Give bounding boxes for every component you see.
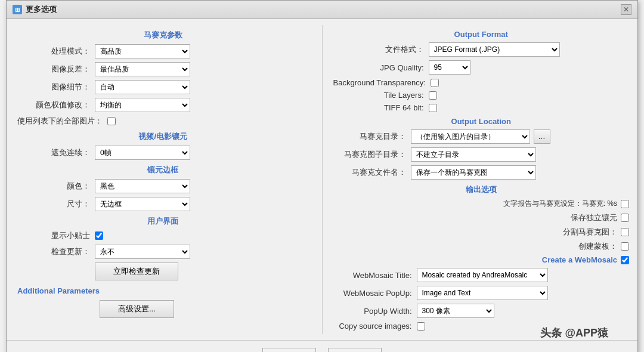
mosaic-filename-row: 马赛克文件名： 保存一个新的马赛克图	[331, 165, 632, 180]
mosaic-dir-select[interactable]: （使用输入图片的目录）	[411, 129, 530, 144]
split-mosaic-row: 分割马赛克图：	[331, 227, 632, 237]
image-contrast-select[interactable]: 最佳品质	[95, 62, 190, 76]
webmosaic-popup-label: WebMosaic PopUp:	[333, 289, 417, 298]
check-updates-select[interactable]: 永不	[95, 245, 190, 259]
window-title: 更多选项	[26, 4, 57, 15]
mosaic-subdir-row: 马赛克图子目录： 不建立子目录	[331, 147, 632, 162]
border-color-select[interactable]: 黑色	[95, 179, 190, 193]
color-weight-label: 颜色权值修改：	[17, 100, 95, 110]
jpg-quality-select[interactable]: 95	[429, 60, 470, 75]
user-interface-title: 用户界面	[13, 216, 314, 227]
vertical-divider	[322, 25, 323, 334]
use-all-images-checkbox[interactable]	[107, 117, 116, 125]
bg-transparency-row: Background Transparency:	[331, 78, 632, 87]
advanced-settings-row: 高级设置...	[17, 300, 309, 318]
additional-params-title: Additional Parameters	[17, 286, 309, 295]
check-now-row: 立即检查更新	[13, 263, 314, 280]
check-now-button[interactable]: 立即检查更新	[95, 263, 178, 280]
image-contrast-row: 图像反差： 最佳品质	[13, 62, 314, 76]
bg-transparency-label: Background Transparency:	[333, 78, 431, 87]
border-color-row: 颜色： 黑色	[13, 179, 314, 193]
popup-width-label: PopUp Width:	[333, 307, 417, 316]
check-updates-row: 检查更新： 永不	[13, 245, 314, 259]
mosaic-subdir-select[interactable]: 不建立子目录	[411, 147, 536, 162]
create-template-label: 创建蒙板：	[333, 241, 621, 252]
create-webmosaic-title: Create a WebMosaic	[333, 255, 621, 264]
border-size-select[interactable]: 无边框	[95, 197, 190, 211]
save-standalone-checkbox[interactable]	[621, 214, 629, 222]
close-button[interactable]: ✕	[621, 4, 631, 15]
save-standalone-label: 保存独立镶元	[333, 212, 621, 223]
copy-source-label: Copy source images:	[333, 322, 417, 331]
mosaic-filename-label: 马赛克文件名：	[333, 167, 411, 178]
mosaic-subdir-label: 马赛克图子目录：	[333, 149, 411, 160]
avoid-continuous-select[interactable]: 0帧	[95, 146, 190, 160]
main-window: ⊞ 更多选项 ✕ 马赛克参数 处理模式： 高品质 图像反差： 最佳品质	[6, 0, 638, 352]
create-template-checkbox[interactable]	[621, 242, 629, 251]
text-report-label: 文字报告与马赛克设定：马赛克: %s	[333, 199, 621, 209]
webmosaic-title-row: WebMosaic Title: Mosaic created by Andre…	[331, 268, 632, 282]
mosaic-filename-select[interactable]: 保存一个新的马赛克图	[411, 165, 536, 180]
mosaic-dir-label: 马赛克目录：	[333, 131, 411, 142]
avoid-continuous-row: 遮免连续： 0帧	[13, 146, 314, 160]
save-standalone-row: 保存独立镶元	[331, 212, 632, 223]
popup-width-select[interactable]: 300 像素	[417, 304, 494, 318]
show-tips-label: 显示小贴士	[17, 230, 95, 241]
bg-transparency-checkbox[interactable]	[431, 79, 439, 87]
ok-button[interactable]: 确定	[262, 348, 316, 352]
tiff-64bit-checkbox[interactable]	[429, 104, 437, 112]
title-bar-left: ⊞ 更多选项	[13, 4, 57, 15]
webmosaic-popup-row: WebMosaic PopUp: Image and full Text Ima…	[331, 286, 632, 300]
browse-button[interactable]: …	[534, 129, 550, 144]
app-icon: ⊞	[13, 5, 22, 14]
show-tips-checkbox[interactable]	[95, 231, 103, 240]
process-mode-label: 处理模式：	[17, 46, 95, 57]
left-panel: 马赛克参数 处理模式： 高品质 图像反差： 最佳品质 图像细节： 自动	[13, 25, 314, 334]
split-mosaic-label: 分割马赛克图：	[333, 227, 621, 237]
copy-source-checkbox[interactable]	[417, 322, 425, 331]
image-detail-label: 图像细节：	[17, 82, 95, 92]
border-color-label: 颜色：	[17, 181, 95, 192]
tile-layers-label: Tile Layers:	[333, 91, 429, 100]
process-mode-select[interactable]: 高品质	[95, 44, 190, 58]
mosaic-dir-row: 马赛克目录： （使用输入图片的目录） …	[331, 129, 632, 144]
text-report-checkbox[interactable]	[621, 200, 629, 208]
tiff-64bit-label: TIFF 64 bit:	[333, 103, 429, 112]
create-webmosaic-checkbox[interactable]	[621, 256, 629, 264]
video-section-title: 视频/电影镶元	[13, 131, 314, 142]
tile-layers-checkbox[interactable]	[429, 91, 437, 100]
color-weight-row: 颜色权值修改： 均衡的	[13, 98, 314, 112]
webmosaic-header-row: Create a WebMosaic	[331, 255, 632, 264]
image-detail-row: 图像细节： 自动	[13, 80, 314, 94]
text-report-row: 文字报告与马赛克设定：马赛克: %s	[331, 199, 632, 209]
check-updates-label: 检查更新：	[17, 246, 95, 257]
watermark: 头条 @APP猿	[540, 326, 608, 340]
image-contrast-label: 图像反差：	[17, 64, 95, 75]
process-mode-row: 处理模式： 高品质	[13, 44, 314, 58]
border-size-row: 尺寸： 无边框	[13, 197, 314, 211]
show-tips-row: 显示小贴士	[13, 230, 314, 241]
cancel-button[interactable]: 取消	[328, 348, 382, 352]
title-bar: ⊞ 更多选项 ✕	[7, 1, 637, 19]
popup-width-row: PopUp Width: 300 像素	[331, 304, 632, 318]
color-weight-select[interactable]: 均衡的	[95, 98, 190, 112]
output-options-title: 输出选项	[331, 184, 632, 195]
use-all-images-label: 使用列表下的全部图片：	[17, 116, 107, 126]
right-panel: Output Format 文件格式： JPEG Format (.JPG) J…	[331, 25, 632, 334]
jpg-quality-label: JPG Quality:	[333, 63, 429, 72]
file-format-row: 文件格式： JPEG Format (.JPG)	[331, 42, 632, 57]
webmosaic-popup-select[interactable]: Image and full Text Image only Text only…	[417, 286, 548, 300]
split-mosaic-checkbox[interactable]	[621, 228, 629, 236]
image-detail-select[interactable]: 自动	[95, 80, 190, 94]
tiff-64bit-row: TIFF 64 bit:	[331, 103, 632, 112]
webmosaic-title-select[interactable]: Mosaic created by AndreaMosaic	[417, 268, 548, 282]
tile-layers-row: Tile Layers:	[331, 91, 632, 100]
use-all-images-row: 使用列表下的全部图片：	[13, 116, 314, 126]
advanced-settings-button[interactable]: 高级设置...	[100, 300, 174, 318]
bottom-bar: 确定 取消	[7, 340, 637, 352]
file-format-select[interactable]: JPEG Format (.JPG)	[429, 42, 560, 57]
border-size-label: 尺寸：	[17, 199, 95, 209]
main-content: 马赛克参数 处理模式： 高品质 图像反差： 最佳品质 图像细节： 自动	[7, 19, 637, 340]
avoid-continuous-label: 遮免连续：	[17, 147, 95, 158]
file-format-label: 文件格式：	[333, 44, 429, 55]
